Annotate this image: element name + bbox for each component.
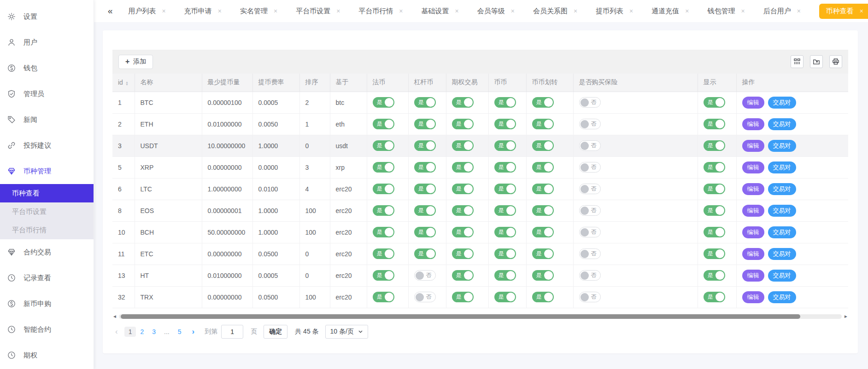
close-tab-icon[interactable]: × <box>218 7 222 15</box>
display-toggle[interactable]: 是 <box>704 119 725 129</box>
sidebar-subitem-platform-coin-settings[interactable]: 平台币设置 <box>0 202 94 221</box>
insurance-toggle[interactable]: 否 <box>579 270 601 281</box>
tab-channel-recharge[interactable]: 通道充值× <box>651 4 689 19</box>
spot-toggle[interactable]: 是 <box>494 205 516 216</box>
close-tab-icon[interactable]: × <box>162 7 166 15</box>
sidebar-subitem-platform-coin-market[interactable]: 平台币行情 <box>0 221 94 239</box>
sidebar-item-feedback[interactable]: 投拆建议 <box>0 133 94 158</box>
leverage-toggle[interactable]: 否 <box>414 292 436 302</box>
edit-button[interactable]: 编辑 <box>742 205 764 217</box>
trading-pair-button[interactable]: 交易对 <box>768 183 796 195</box>
close-tab-icon[interactable]: × <box>574 7 577 15</box>
close-tab-icon[interactable]: × <box>860 7 863 15</box>
insurance-toggle[interactable]: 否 <box>579 184 601 194</box>
display-toggle[interactable]: 是 <box>704 162 725 173</box>
display-toggle[interactable]: 是 <box>704 97 725 108</box>
spot-toggle[interactable]: 是 <box>494 184 516 194</box>
fiat-toggle[interactable]: 是 <box>373 140 394 151</box>
fiat-toggle[interactable]: 是 <box>373 248 394 259</box>
insurance-toggle[interactable]: 否 <box>579 162 601 173</box>
tab-platform-coin-market[interactable]: 平台币行情× <box>358 4 403 19</box>
options_trading-toggle[interactable]: 是 <box>452 184 474 194</box>
scroll-tabs-left-icon[interactable]: « <box>108 6 112 16</box>
trading-pair-button[interactable]: 交易对 <box>768 97 796 109</box>
tab-member-relation-graph[interactable]: 会员关系图× <box>533 4 577 19</box>
confirm-button[interactable]: 确定 <box>264 325 287 339</box>
next-page-icon[interactable]: › <box>189 327 198 336</box>
options_trading-toggle[interactable]: 是 <box>452 140 474 151</box>
edit-button[interactable]: 编辑 <box>742 291 764 303</box>
trading-pair-button[interactable]: 交易对 <box>768 118 796 130</box>
edit-button[interactable]: 编辑 <box>742 270 764 282</box>
sidebar-item-records-view[interactable]: 记录查看 <box>0 265 94 291</box>
fiat-toggle[interactable]: 是 <box>373 184 394 194</box>
scrollbar-right-arrow-icon[interactable]: ► <box>844 314 848 319</box>
close-tab-icon[interactable]: × <box>797 7 801 15</box>
display-toggle[interactable]: 是 <box>704 270 725 281</box>
fiat-toggle[interactable]: 是 <box>373 227 394 237</box>
options_trading-toggle[interactable]: 是 <box>452 270 474 281</box>
page-number[interactable]: 3 <box>148 327 160 337</box>
transfer-toggle[interactable]: 是 <box>532 162 554 173</box>
trading-pair-button[interactable]: 交易对 <box>768 205 796 217</box>
trading-pair-button[interactable]: 交易对 <box>768 248 796 260</box>
scrollbar-track[interactable] <box>119 314 842 319</box>
transfer-toggle[interactable]: 是 <box>532 97 554 108</box>
spot-toggle[interactable]: 是 <box>494 292 516 302</box>
edit-button[interactable]: 编辑 <box>742 118 764 130</box>
column-header-id[interactable]: id▲▼ <box>112 74 135 92</box>
trading-pair-button[interactable]: 交易对 <box>768 226 796 238</box>
leverage-toggle[interactable]: 是 <box>414 162 436 173</box>
leverage-toggle[interactable]: 是 <box>414 140 436 151</box>
page-size-select[interactable]: 10 条/页 <box>325 325 368 339</box>
fiat-toggle[interactable]: 是 <box>373 205 394 216</box>
transfer-toggle[interactable]: 是 <box>532 248 554 259</box>
close-tab-icon[interactable]: × <box>629 7 633 15</box>
scrollbar-thumb[interactable] <box>121 314 800 319</box>
sidebar-item-new-coin-subscribe[interactable]: 新币申购 <box>0 291 94 317</box>
fiat-toggle[interactable]: 是 <box>373 270 394 281</box>
sidebar-subitem-coin-view[interactable]: 币种查看 <box>0 184 94 202</box>
transfer-toggle[interactable]: 是 <box>532 184 554 194</box>
close-tab-icon[interactable]: × <box>336 7 340 15</box>
leverage-toggle[interactable]: 是 <box>414 205 436 216</box>
fiat-toggle[interactable]: 是 <box>373 162 394 173</box>
close-tab-icon[interactable]: × <box>274 7 277 15</box>
tab-deposit-request[interactable]: 充币申请× <box>184 4 222 19</box>
spot-toggle[interactable]: 是 <box>494 140 516 151</box>
insurance-toggle[interactable]: 否 <box>579 97 601 108</box>
leverage-toggle[interactable]: 是 <box>414 119 436 129</box>
export-icon[interactable] <box>810 55 823 68</box>
fiat-toggle[interactable]: 是 <box>373 119 394 129</box>
close-tab-icon[interactable]: × <box>455 7 459 15</box>
sidebar-item-contract-trading[interactable]: 合约交易 <box>0 239 94 265</box>
display-toggle[interactable]: 是 <box>704 184 725 194</box>
fiat-toggle[interactable]: 是 <box>373 292 394 302</box>
trading-pair-button[interactable]: 交易对 <box>768 291 796 303</box>
spot-toggle[interactable]: 是 <box>494 248 516 259</box>
transfer-toggle[interactable]: 是 <box>532 292 554 302</box>
close-tab-icon[interactable]: × <box>741 7 745 15</box>
edit-button[interactable]: 编辑 <box>742 226 764 238</box>
close-tab-icon[interactable]: × <box>399 7 403 15</box>
tab-wallet-management[interactable]: 钱包管理× <box>707 4 745 19</box>
trading-pair-button[interactable]: 交易对 <box>768 161 796 173</box>
options_trading-toggle[interactable]: 是 <box>452 205 474 216</box>
spot-toggle[interactable]: 是 <box>494 162 516 173</box>
edit-button[interactable]: 编辑 <box>742 161 764 173</box>
spot-toggle[interactable]: 是 <box>494 97 516 108</box>
sidebar-item-coin-management[interactable]: 币种管理 <box>0 158 94 184</box>
scrollbar-left-arrow-icon[interactable]: ◄ <box>112 314 117 319</box>
trading-pair-button[interactable]: 交易对 <box>768 140 796 152</box>
print-icon[interactable] <box>829 55 842 68</box>
tab-basic-settings[interactable]: 基础设置× <box>422 4 459 19</box>
insurance-toggle[interactable]: 否 <box>579 140 601 151</box>
goto-page-input[interactable] <box>221 325 243 339</box>
tab-kyc-management[interactable]: 实名管理× <box>240 4 277 19</box>
transfer-toggle[interactable]: 是 <box>532 270 554 281</box>
sidebar-item-smart-contract[interactable]: 智能合约 <box>0 317 94 342</box>
page-number[interactable]: 1 <box>124 327 136 337</box>
spot-toggle[interactable]: 是 <box>494 227 516 237</box>
tab-withdraw-list[interactable]: 提币列表× <box>596 4 633 19</box>
spot-toggle[interactable]: 是 <box>494 270 516 281</box>
